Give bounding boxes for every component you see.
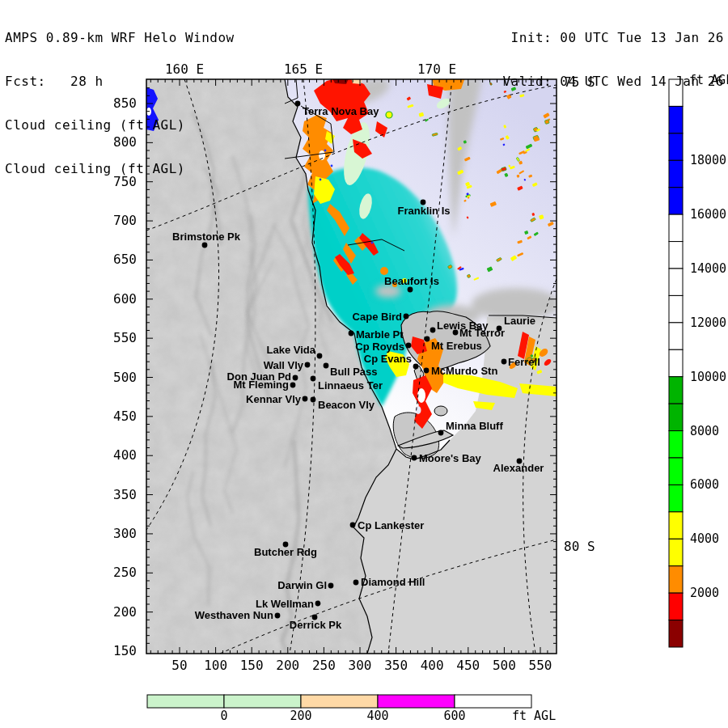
colorbar-cell — [669, 404, 683, 430]
x-axis-label: 400 — [421, 658, 444, 673]
x-axis-label: 150 — [240, 658, 264, 673]
station-dot — [404, 314, 409, 320]
station-label: Lake Vida — [267, 344, 316, 356]
colorbar-bottom-label: 200 — [290, 709, 311, 723]
colorbar-right-label: 12000 — [690, 315, 726, 330]
y-axis-label: 150 — [113, 643, 137, 658]
station-label: Butcher Rdg — [254, 546, 317, 558]
field-label-1: Cloud ceiling (ft AGL) — [5, 118, 235, 133]
x-axis-label: 200 — [276, 658, 299, 673]
station-dot — [295, 101, 301, 107]
colorbar-cell — [669, 620, 683, 647]
station-dot — [290, 383, 296, 388]
station-dot — [324, 363, 329, 369]
init-time: Init: 00 UTC Tue 13 Jan 26 — [502, 31, 724, 45]
station-dot — [424, 368, 430, 374]
station-dot — [311, 376, 316, 382]
station-label: Derrick Pk — [290, 619, 342, 631]
colorbar-bottom-label: 400 — [366, 709, 388, 723]
colorbar-cell — [669, 485, 683, 511]
model-title: AMPS 0.89-km WRF Helo Window — [5, 31, 235, 45]
station-dot — [317, 353, 323, 359]
colorbar-cell — [669, 566, 683, 593]
colorbar-right-label: 4000 — [690, 531, 719, 546]
colorbar-cell — [669, 133, 683, 160]
x-axis-label: 550 — [529, 658, 552, 673]
colorbar-cell — [224, 695, 301, 708]
colorbar-cell — [669, 188, 683, 214]
y-axis-label: 650 — [113, 252, 137, 267]
cloud-speckle — [467, 274, 471, 278]
colorbar-right-label: 16000 — [690, 207, 726, 222]
y-axis-label: 250 — [113, 565, 137, 580]
station-label: Moore's Bay — [419, 452, 482, 464]
cloud-speckle — [544, 120, 549, 125]
header-right: Init: 00 UTC Tue 13 Jan 26 Valid: 04 UTC… — [502, 2, 724, 118]
station-dot — [438, 430, 444, 436]
colorbar-cell — [455, 695, 531, 708]
colorbar-cell — [301, 695, 378, 708]
colorbar-cell — [378, 695, 455, 708]
station-label: Westhaven Nun — [195, 609, 273, 621]
x-axis-label: 450 — [456, 658, 480, 673]
colorbar-right-label: 10000 — [690, 370, 726, 384]
x-axis-label: 350 — [384, 658, 408, 673]
forecast-hour: Fcst: 28 h — [5, 74, 235, 89]
station-dot — [406, 343, 412, 349]
station-dot — [293, 375, 298, 381]
station-label: Cape Bird — [353, 311, 402, 323]
colorbar-cell — [669, 539, 683, 565]
station-label: Lk Wellman — [256, 598, 314, 610]
x-axis-label: 100 — [204, 658, 227, 673]
station-dot — [502, 359, 507, 365]
station-label: Wall Vly — [264, 359, 304, 371]
station-dot — [412, 455, 417, 461]
station-label: Beacon Vly — [318, 399, 375, 411]
colorbar-cell — [669, 242, 683, 269]
colorbar-cell — [669, 295, 683, 322]
station-dot — [430, 328, 436, 333]
colorbar-cell — [669, 512, 683, 539]
colorbar-bottom-title: ft AGL — [512, 709, 556, 723]
longitude-label: 170 E — [417, 61, 456, 77]
station-dot — [425, 336, 430, 342]
station-dot — [328, 583, 334, 589]
station-label: Terra Nova Bay — [303, 105, 379, 117]
station-dot — [408, 287, 413, 293]
colorbar-cell — [669, 431, 683, 458]
colorbar-cell — [669, 269, 683, 295]
station-dot — [315, 601, 321, 607]
station-label: Laurie — [504, 315, 535, 327]
station-label: Mt Terror — [459, 327, 505, 339]
station-dot — [303, 396, 308, 402]
colorbar-cell — [669, 160, 683, 187]
colorbar-cell — [669, 214, 683, 241]
station-label: Alexander — [493, 462, 544, 474]
x-axis-label: 500 — [493, 658, 516, 673]
station-label: Ferrell — [508, 356, 540, 368]
latitude-label: 80 S — [564, 539, 595, 554]
colorbar-bottom: 0200400600 — [147, 695, 531, 723]
station-dot — [413, 364, 419, 370]
y-axis-label: 400 — [113, 447, 137, 463]
y-axis-label: 500 — [113, 370, 137, 385]
colorbar-bottom-label: 0 — [220, 709, 227, 723]
station-label: Darwin Gl — [277, 579, 327, 591]
station-label: Mt Fleming — [233, 379, 289, 391]
y-axis-label: 200 — [113, 604, 137, 620]
station-label: Franklin Is — [397, 205, 450, 217]
station-label: Brimstone Pk — [172, 231, 241, 243]
valid-time: Valid: 04 UTC Wed 14 Jan 26 — [502, 74, 724, 89]
y-axis-label: 450 — [113, 408, 137, 424]
colorbar-cell — [669, 323, 683, 349]
y-axis-label: 700 — [113, 213, 137, 228]
station-label: Bull Pass — [330, 366, 378, 378]
longitude-label: 165 E — [284, 61, 323, 77]
x-axis-label: 250 — [312, 658, 336, 673]
station-dot — [453, 330, 459, 336]
station-label: Kennar Vly — [246, 393, 302, 405]
station-dot — [275, 613, 281, 619]
station-label: Cp Evans — [364, 353, 412, 365]
colorbar-right-label: 14000 — [690, 261, 726, 276]
y-axis-label: 600 — [113, 291, 137, 307]
